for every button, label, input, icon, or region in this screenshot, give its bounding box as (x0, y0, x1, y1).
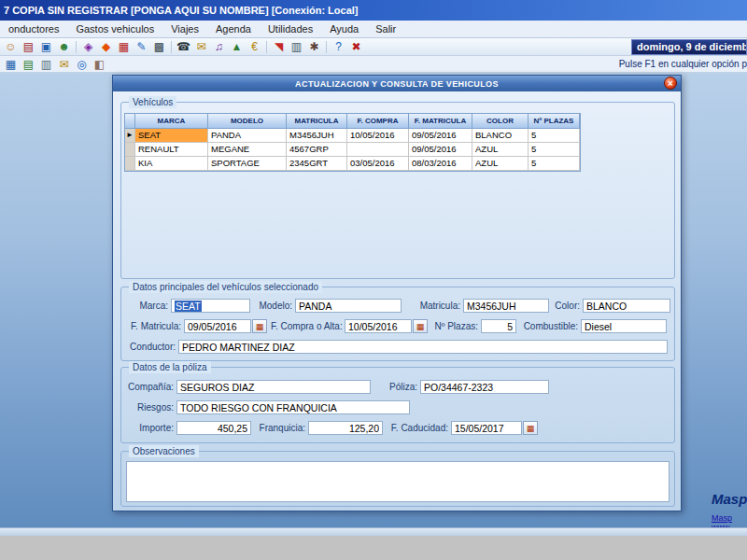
grid-cell[interactable]: BLANCO (472, 129, 529, 143)
close-icon[interactable]: × (664, 77, 677, 90)
address-book-icon[interactable]: ▤ (20, 39, 37, 55)
compania-input[interactable] (176, 380, 371, 394)
observaciones-textarea[interactable] (126, 461, 669, 502)
matricula-label: Matricula: (402, 301, 460, 311)
documents-icon[interactable]: ▥ (288, 39, 305, 55)
grid-cell[interactable]: 10/05/2016 (347, 129, 409, 143)
grid-cell[interactable]: RENAULT (135, 143, 208, 157)
notes-icon[interactable]: ✎ (133, 39, 150, 55)
grid-col-header-f-matricula[interactable]: F. MATRICULA (409, 114, 472, 129)
combustible-input[interactable] (581, 319, 667, 333)
caducidad-input[interactable] (451, 421, 522, 435)
grid-cell[interactable]: PANDA (208, 129, 287, 143)
f-matricula-calendar-icon[interactable]: ▦ (252, 319, 267, 333)
grid-cell[interactable]: MEGANE (208, 143, 287, 157)
modelo-input[interactable] (295, 299, 402, 313)
matricula-input[interactable] (463, 299, 549, 313)
mail2-icon[interactable]: ✉ (55, 56, 73, 72)
grid-cell[interactable]: AZUL (472, 157, 529, 171)
euro-icon[interactable]: € (246, 39, 263, 55)
calendar-icon[interactable]: ▦ (115, 39, 133, 55)
vehicles-grid: MARCA MODELO MATRICULA F. COMPRA F. MATR… (124, 113, 581, 172)
vehicle-details-group: Datos principales del vehículos seleccio… (120, 287, 675, 361)
poliza-label: Póliza: (384, 382, 417, 392)
marca-input[interactable]: SEAT (171, 299, 250, 313)
importe-input[interactable] (176, 421, 251, 435)
grid-col-header-modelo[interactable]: MODELO (208, 114, 287, 129)
caducidad-calendar-icon[interactable]: ▦ (523, 421, 538, 435)
grid-col-header-marca[interactable]: MARCA (135, 114, 208, 129)
grid-cell[interactable]: 08/03/2016 (409, 157, 472, 171)
grid-col-header-matricula[interactable]: MATRICULA (287, 114, 347, 129)
grid-cell[interactable]: SEAT (135, 129, 208, 143)
menu-item-viajes[interactable]: Viajes (162, 21, 207, 36)
vehicles-icon[interactable]: ▣ (37, 39, 55, 55)
grid-cell[interactable] (347, 143, 409, 157)
grid-cell[interactable]: KIA (135, 157, 208, 171)
flag-icon[interactable]: ◥ (270, 39, 288, 55)
phone-icon[interactable]: ☎ (175, 39, 192, 55)
details-group-label: Datos principales del vehículos seleccio… (129, 281, 322, 293)
brand-link[interactable]: Masp (712, 513, 747, 523)
grid-cell[interactable]: 5 (529, 157, 580, 171)
chart-icon[interactable]: ▲ (228, 39, 246, 55)
brand-logo: Masp (712, 491, 747, 507)
menu-item-agenda[interactable]: Agenda (207, 21, 260, 36)
help-icon[interactable]: ? (330, 39, 347, 55)
plazas-label: Nº Plazas: (431, 321, 478, 331)
menu-item-gastos-vehiculos[interactable]: Gastos vehiculos (67, 21, 162, 36)
grid-cell[interactable]: M3456JUH (287, 129, 347, 143)
grid-cell[interactable]: 4567GRP (287, 143, 347, 157)
menu-item-salir[interactable]: Salir (367, 21, 404, 36)
row-marker (125, 143, 135, 157)
desktop-area (0, 536, 747, 560)
window-titlebar[interactable]: 7 COPIA SIN REGISTRAR [PONGA AQUI SU NOM… (0, 0, 747, 21)
calculator-icon[interactable]: ▩ (150, 39, 168, 55)
marca-selected-text: SEAT (175, 301, 202, 312)
dialog-titlebar[interactable]: ACTUALIZACION Y CONSULTA DE VEHICULOS × (113, 76, 681, 91)
franquicia-input[interactable] (308, 421, 383, 435)
routes-icon[interactable]: ◈ (79, 39, 97, 55)
grid-cell[interactable]: 2345GRT (287, 157, 347, 171)
menu-item-utilidades[interactable]: Utilidades (260, 21, 321, 36)
grid-cell[interactable]: 09/05/2016 (409, 143, 472, 157)
grid-col-header-color[interactable]: COLOR (472, 114, 529, 129)
globe-icon[interactable]: ◎ (73, 56, 91, 72)
grid-cell[interactable]: 09/05/2016 (409, 129, 472, 143)
color-input[interactable] (583, 299, 670, 313)
menu-item-ayuda[interactable]: Ayuda (321, 21, 367, 36)
settings-icon[interactable]: ✱ (305, 39, 323, 55)
caducidad-label: F. Caducidad: (390, 423, 448, 433)
f-compra-calendar-icon[interactable]: ▦ (413, 319, 428, 333)
fuel-icon[interactable]: ◆ (97, 39, 115, 55)
grid-icon[interactable]: ▦ (2, 56, 20, 72)
date-display: domingo, 9 de diciembre (631, 39, 747, 55)
exit-icon[interactable]: ✖ (347, 39, 365, 55)
grid-cell[interactable]: 03/05/2016 (347, 157, 409, 171)
exit-door-icon[interactable]: ◧ (91, 56, 108, 72)
drivers-icon[interactable]: ☻ (55, 39, 73, 55)
grid-col-header-plazas[interactable]: Nº PLAZAS (529, 114, 580, 129)
card-icon[interactable]: ▤ (20, 56, 37, 72)
grid-cell[interactable]: AZUL (472, 143, 529, 157)
compania-label: Compañía: (127, 382, 174, 392)
table-row[interactable]: ► SEAT PANDA M3456JUH 10/05/2016 09/05/2… (125, 129, 580, 143)
table-row[interactable]: RENAULT MEGANE 4567GRP 09/05/2016 AZUL 5 (125, 143, 580, 157)
music-icon[interactable]: ♫ (210, 39, 228, 55)
conductor-input[interactable] (178, 340, 668, 354)
window-title: 7 COPIA SIN REGISTRAR [PONGA AQUI SU NOM… (4, 5, 359, 16)
clients-icon[interactable]: ☺ (2, 39, 20, 55)
poliza-input[interactable] (420, 380, 549, 394)
mail-icon[interactable]: ✉ (192, 39, 210, 55)
plazas-input[interactable] (481, 319, 516, 333)
grid-cell[interactable]: 5 (529, 129, 580, 143)
riesgos-input[interactable] (176, 400, 410, 414)
grid-cell[interactable]: SPORTAGE (208, 157, 287, 171)
menu-item-conductores[interactable]: onductores (0, 21, 67, 36)
f-matricula-input[interactable] (184, 319, 251, 333)
table-row[interactable]: KIA SPORTAGE 2345GRT 03/05/2016 08/03/20… (125, 157, 580, 171)
grid-col-header-f-compra[interactable]: F. COMPRA (347, 114, 409, 129)
printer-icon[interactable]: ▥ (37, 56, 55, 72)
f-compra-input[interactable] (345, 319, 412, 333)
grid-cell[interactable]: 5 (529, 143, 580, 157)
